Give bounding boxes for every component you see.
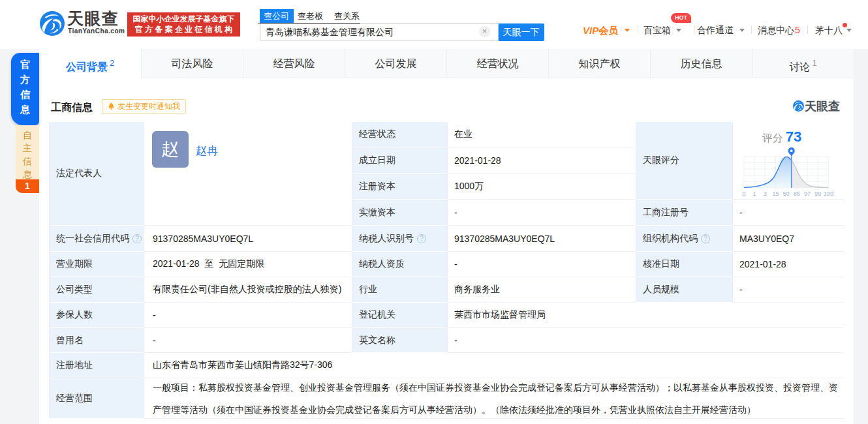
svg-text:15: 15 [772,190,779,197]
svg-text:0: 0 [742,190,745,197]
svg-text:99: 99 [814,190,821,197]
svg-text:1: 1 [752,190,756,197]
svg-text:97: 97 [804,190,811,197]
svg-text:3: 3 [764,190,767,197]
svg-text:100: 100 [824,190,833,197]
svg-text:85: 85 [794,190,800,197]
svg-text:50: 50 [783,190,789,197]
